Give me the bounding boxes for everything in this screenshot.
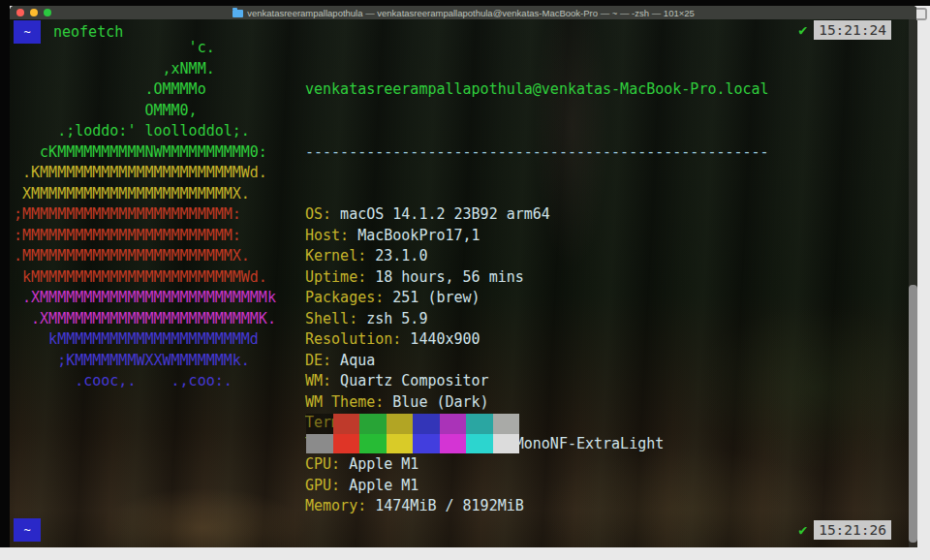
ascii-art-line: .;loddo:' loolloddol;. (14, 121, 276, 142)
info-label: DE: (305, 352, 331, 369)
info-label: GPU: (305, 477, 340, 494)
prompt-badge-bottom: ~ (14, 518, 41, 542)
color-block (440, 414, 467, 434)
info-row: OS: macOS 14.1.2 23B92 arm64 (305, 204, 769, 226)
zoom-button[interactable] (44, 9, 51, 16)
window-title-text: venkatasreerampallapothula — venkatasree… (247, 8, 695, 18)
color-block (333, 434, 360, 454)
color-block (493, 434, 520, 454)
info-row: Uptime: 18 hours, 56 mins (305, 267, 769, 289)
color-block (387, 434, 414, 454)
ascii-art-line: OMMM0, (14, 101, 276, 122)
info-value: 1440x900 (401, 330, 480, 348)
folder-icon (232, 10, 243, 17)
color-block (493, 414, 520, 434)
color-block (413, 414, 440, 434)
minimize-button[interactable] (30, 9, 38, 16)
color-block (440, 434, 467, 454)
info-label: Memory: (305, 497, 366, 514)
info-hostname: venkatasreerampallapothula@venkatas-MacB… (305, 79, 769, 101)
info-value: Blue (Dark) (384, 393, 488, 411)
info-row: CPU: Apple M1 (305, 454, 769, 476)
ascii-logo: 'c. ,xNMM. .OMMMMo OMMM0, .;loddo:' lool… (14, 38, 276, 392)
info-label: WM Theme: (305, 393, 384, 411)
ascii-art-line: :MMMMMMMMMMMMMMMMMMMMMMMM: (14, 226, 276, 247)
info-value: 18 hours, 56 mins (366, 268, 524, 286)
info-value: MacBookPro17,1 (349, 227, 480, 244)
screen-bezel-left (0, 0, 10, 547)
info-value: 251 (brew) (384, 289, 480, 306)
window-title: venkatasreerampallapothula — venkatasree… (232, 8, 695, 18)
color-block (306, 434, 333, 454)
status-row-top: ✔ 15:21:24 (798, 20, 891, 40)
ascii-art-line: .XMMMMMMMMMMMMMMMMMMMMMMMMK. (14, 309, 276, 330)
info-row: Host: MacBookPro17,1 (305, 226, 769, 247)
close-button[interactable] (16, 9, 24, 16)
color-block-row (306, 414, 519, 434)
timestamp-bottom: 15:21:26 (814, 520, 891, 540)
info-row: Shell: zsh 5.9 (305, 309, 769, 330)
info-value: 23.1.0 (366, 247, 427, 264)
info-row: Packages: 251 (brew) (305, 288, 769, 309)
color-block (387, 414, 414, 434)
info-row: GPU: Apple M1 (305, 476, 769, 497)
ascii-art-line: ;KMMMMMMMWXXWMMMMMMMk. (14, 351, 276, 372)
terminal-content[interactable]: ~ neofetch ✔ 15:21:24 'c. ,xNMM. .OMMMMo… (10, 19, 917, 547)
ascii-art-line: 'c. (14, 38, 276, 59)
info-value: Aqua (331, 352, 375, 369)
check-icon: ✔ (798, 521, 807, 539)
color-block (359, 414, 387, 434)
color-block (413, 434, 440, 454)
scrollbar-track[interactable] (909, 19, 917, 547)
prompt-badge-glyph: ~ (23, 523, 30, 537)
prompt-badge-glyph: ~ (23, 25, 30, 39)
info-label: OS: (305, 205, 331, 223)
ascii-art-line: .OMMMMo (14, 79, 276, 101)
info-separator: ----------------------------------------… (305, 142, 769, 164)
info-row: DE: Aqua (305, 351, 769, 372)
info-row: Memory: 1474MiB / 8192MiB (305, 496, 769, 517)
check-icon: ✔ (798, 21, 807, 39)
info-label: Resolution: (305, 330, 401, 348)
ascii-art-line: kMMMMMMMMMMMMMMMMMMMMMMMMWd. (14, 267, 276, 289)
info-value: macOS 14.1.2 23B92 arm64 (331, 205, 550, 223)
ascii-art-line: ,xNMM. (14, 59, 276, 80)
info-value: Apple M1 (340, 477, 418, 494)
ascii-art-line: cKMMMMMMMMMMNWMMMMMMMMMM0: (14, 142, 276, 164)
ascii-art-line: XMMMMMMMMMMMMMMMMMMMMMMMX. (14, 184, 276, 205)
status-row-bottom: ✔ 15:21:26 (798, 520, 891, 540)
info-label: Shell: (305, 310, 357, 327)
color-block (306, 414, 333, 434)
color-block (466, 414, 493, 434)
info-value: zsh 5.9 (357, 310, 427, 327)
terminal-color-blocks (306, 414, 519, 453)
info-value: Quartz Compositor (331, 372, 489, 389)
ascii-art-line: ;MMMMMMMMMMMMMMMMMMMMMMMM: (14, 204, 276, 226)
ascii-art-line: kMMMMMMMMMMMMMMMMMMMMMMd (14, 329, 276, 351)
color-block-row (306, 434, 519, 454)
info-label: Uptime: (305, 268, 366, 286)
ascii-art-line: .XMMMMMMMMMMMMMMMMMMMMMMMMMMk (14, 288, 276, 309)
window-titlebar[interactable]: venkatasreerampallapothula — venkatasree… (10, 6, 917, 19)
ascii-art-line: .MMMMMMMMMMMMMMMMMMMMMMMMX. (14, 246, 276, 267)
scrollbar-thumb[interactable] (909, 285, 917, 543)
info-label: CPU: (305, 455, 340, 473)
info-label: WM: (305, 372, 331, 389)
terminal-window: venkatasreerampallapothula — venkatasree… (10, 6, 917, 547)
info-value: 1474MiB / 8192MiB (366, 497, 524, 514)
info-label: Host: (305, 227, 349, 244)
info-row: Kernel: 23.1.0 (305, 246, 769, 267)
color-block (333, 414, 360, 434)
info-label: Packages: (305, 289, 384, 306)
ascii-art-line: .cooc,. .,coo:. (14, 371, 276, 392)
traffic-lights (16, 9, 51, 16)
info-row: WM Theme: Blue (Dark) (305, 392, 769, 414)
color-block (466, 434, 493, 454)
info-label: Kernel: (305, 247, 366, 264)
color-block (359, 434, 387, 454)
info-value: Apple M1 (340, 455, 418, 473)
timestamp-top: 15:21:24 (814, 20, 891, 40)
info-row: WM: Quartz Compositor (305, 371, 769, 392)
info-row: Resolution: 1440x900 (305, 329, 769, 351)
ascii-art-line: .KMMMMMMMMMMMMMMMMMMMMMMMWd. (14, 163, 276, 184)
